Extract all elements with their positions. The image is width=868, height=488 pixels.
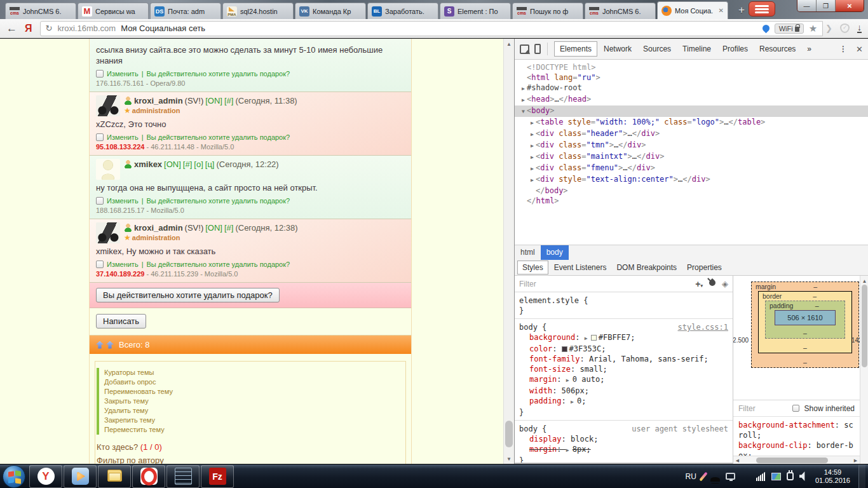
dom-tree-node[interactable]: </body> [515,186,868,196]
up-arrow-icon[interactable] [106,341,114,349]
username-link[interactable]: xmikex [134,159,162,169]
volume-tray-icon[interactable] [799,471,807,481]
vscroll-thumb[interactable] [862,285,867,367]
browser-tab[interactable]: VKКоманда Кр [295,3,366,19]
css-property[interactable]: margin: ▶0 auto; [519,374,728,386]
devtools-tab-network[interactable]: Network [599,41,637,57]
dom-tree-node[interactable]: ▶<div style="text-align:center">…</div> [515,174,868,186]
post-header-link[interactable]: [#] [224,96,233,105]
sidebar-tab-styles[interactable]: Styles [517,261,548,274]
styles-filter-input[interactable]: Filter [519,280,689,288]
css-selector[interactable]: element.style { [519,295,588,306]
browser-tab[interactable]: cmsJohnCMS 6. [585,3,656,19]
username-link[interactable]: kroxi_admin [134,96,183,105]
delete-confirm-button[interactable]: Вы действительно хотите удалить подарок? [96,288,280,302]
browser-tab[interactable]: Моя Социа.✕ [657,1,728,19]
computed-filter-input[interactable]: Filter [738,404,787,413]
select-post-checkbox[interactable] [96,133,104,141]
metrics-vscrollbar[interactable]: ▲ [860,276,868,464]
color-swatch[interactable] [591,335,597,341]
devtools-tab-timeline[interactable]: Timeline [677,41,716,57]
edit-link[interactable]: Изменить [107,133,139,141]
address-bar[interactable]: ↻ kroxi.16mb.com Моя Социальная сеть WiF… [40,21,824,36]
scroll-thumb[interactable] [505,421,513,447]
css-property[interactable]: padding: ▶0; [519,396,728,407]
post-header-link[interactable]: [#] [224,223,233,233]
devtools-close-icon[interactable]: ✕ [856,44,863,54]
mod-menu-link[interactable]: Переименовать тему [104,387,405,396]
yandex-logo[interactable]: Я [25,23,32,34]
expand-arrow-icon[interactable]: ▶ [571,397,577,407]
dom-tree-node[interactable]: </html> [515,196,868,206]
post-header-link[interactable]: [о] [194,159,203,169]
username-link[interactable]: kroxi_admin [134,223,183,233]
display-tray-icon[interactable] [726,473,735,480]
turbo-rocket-icon[interactable] [761,24,771,34]
delete-gift-link[interactable]: Вы действительно хотите удалить подарок? [146,70,290,78]
tree-expand-arrow[interactable]: ▶ [520,84,527,94]
page-scrollbar[interactable]: ▲ ▼ [503,39,514,464]
mod-menu-link[interactable]: Переместить тему [104,425,405,435]
stylesheet-link[interactable]: user agent stylesheet [632,424,728,434]
taskbar-app-media-player[interactable] [64,465,97,488]
sidebar-tab-dombreakpoints[interactable]: DOM Breakpoints [612,261,681,274]
dom-tree-node[interactable]: ▶#shadow-root [515,83,868,94]
write-button[interactable]: Написать [96,314,146,329]
dom-tree-node[interactable]: ▼<body> [515,105,868,117]
browser-menu-button[interactable] [749,1,775,17]
topic-link[interactable]: Фильтр по автору [97,456,164,464]
dom-tree-node[interactable]: ▶<div class="header">…</div> [515,128,868,140]
download-icon[interactable]: ↓ [857,24,862,33]
show-desktop-button[interactable] [858,464,865,488]
select-post-checkbox[interactable] [96,261,104,268]
css-selector[interactable]: body { [519,322,546,332]
new-style-rule-icon[interactable]: +▾ [695,279,703,289]
taskbar-clock[interactable]: 14:59 01.05.2016 [815,468,850,485]
browser-tab[interactable]: MСервисы wa [78,3,149,19]
browser-tab[interactable]: cmsJohnCMS 6. [5,3,76,19]
scroll-down-arrow[interactable]: ▼ [504,454,514,464]
close-window-button[interactable]: ✕ [836,0,864,11]
scroll-up-arrow[interactable]: ▲ [504,39,514,49]
css-property[interactable]: width: 506px; [519,386,728,396]
protect-shield-icon[interactable] [840,24,850,33]
maximize-button[interactable]: ❐ [817,0,836,11]
post-header-link[interactable]: [ON] [164,159,181,169]
mod-menu-link[interactable]: Закрыть тему [104,396,405,406]
devtools-tab-resources[interactable]: Resources [754,41,801,57]
tree-expand-arrow[interactable]: ▶ [529,152,536,163]
css-property[interactable]: font-size: small; [519,364,728,374]
minimize-button[interactable]: — [797,0,817,11]
browser-tab[interactable]: cmsПошук по ф [512,3,583,19]
toggle-state-icon[interactable]: ◈ [722,279,728,288]
inspect-element-icon[interactable] [520,44,529,54]
tree-expand-arrow[interactable]: ▶ [529,175,536,186]
edit-link[interactable]: Изменить [107,70,139,78]
preview-tray-icon[interactable] [771,473,781,480]
mod-menu-link[interactable]: Кураторы темы [104,368,405,377]
css-property[interactable]: font-family: Arial, Tahoma, sans-serif; [519,354,728,364]
post-header-link[interactable]: [ц] [205,159,215,169]
dom-tree-node[interactable]: <html lang="ru"> [515,72,868,83]
css-property[interactable]: display: block; [519,434,728,444]
refresh-icon[interactable]: ↻ [46,24,53,33]
pen-tray-icon[interactable] [699,471,707,481]
hat-tray-icon[interactable] [710,477,720,482]
computed-hscrollbar[interactable]: ◀ ▶ [733,456,860,464]
browser-tab[interactable]: DSПочта: adm [150,3,221,19]
post-header-link[interactable]: [#] [183,159,192,169]
css-property[interactable]: background: ▶#FBFFE7; [519,332,728,344]
taskbar-app-yandex-browser[interactable]: Y [29,465,62,488]
tree-expand-arrow[interactable]: ▼ [520,107,527,117]
hscroll-right-arrow[interactable]: ▶ [851,456,860,464]
post-header-link[interactable]: [ON] [205,223,222,233]
devtools-tab-[interactable]: » [802,41,817,57]
css-selector[interactable]: body { [519,424,546,434]
tree-expand-arrow[interactable]: ▶ [529,141,536,151]
breadcrumb-item[interactable]: body [541,245,569,260]
flag-alert-tray-icon[interactable] [741,471,750,481]
tree-expand-arrow[interactable]: ▶ [520,95,527,105]
color-swatch[interactable] [562,346,567,352]
signal-tray-icon[interactable] [756,471,766,481]
hscroll-left-arrow[interactable]: ◀ [733,456,742,464]
